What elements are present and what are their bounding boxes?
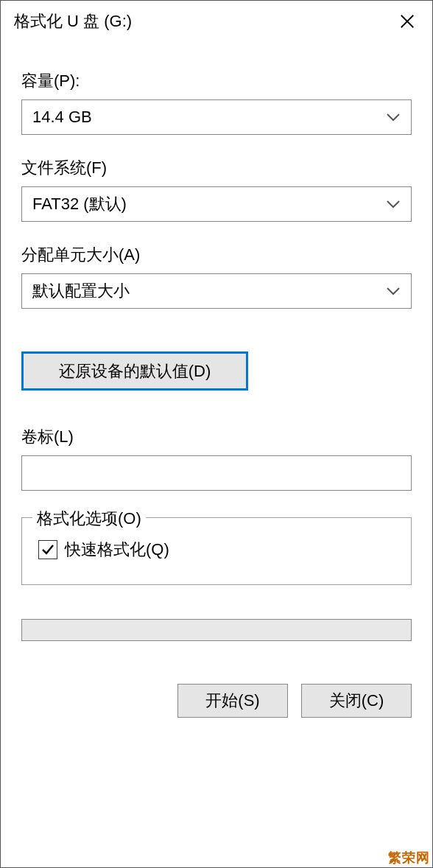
chevron-down-icon (386, 199, 401, 209)
capacity-label: 容量(P): (21, 70, 412, 92)
watermark: 繁荣网 (385, 847, 433, 868)
chevron-down-icon (386, 112, 401, 122)
close-button[interactable]: 关闭(C) (301, 684, 412, 718)
filesystem-label: 文件系统(F) (21, 157, 412, 179)
filesystem-value: FAT32 (默认) (32, 193, 127, 215)
format-options-legend: 格式化选项(O) (32, 508, 146, 530)
restore-defaults-button[interactable]: 还原设备的默认值(D) (21, 351, 248, 391)
close-icon[interactable] (392, 8, 422, 35)
chevron-down-icon (386, 286, 401, 296)
allocation-select[interactable]: 默认配置大小 (21, 273, 412, 309)
checkbox-icon (38, 540, 57, 559)
button-row: 开始(S) 关闭(C) (21, 684, 412, 718)
start-button[interactable]: 开始(S) (177, 684, 288, 718)
volume-label-label: 卷标(L) (21, 426, 412, 448)
quick-format-label: 快速格式化(Q) (65, 539, 169, 561)
allocation-value: 默认配置大小 (32, 280, 130, 302)
quick-format-checkbox[interactable]: 快速格式化(Q) (38, 539, 395, 561)
window-title: 格式化 U 盘 (G:) (14, 10, 132, 32)
capacity-select[interactable]: 14.4 GB (21, 99, 412, 135)
progress-bar (21, 619, 412, 641)
volume-label-input[interactable] (21, 455, 412, 491)
allocation-label: 分配单元大小(A) (21, 244, 412, 266)
format-options-group: 格式化选项(O) 快速格式化(Q) (21, 517, 412, 585)
content-area: 容量(P): 14.4 GB 文件系统(F) FAT32 (默认) 分配单元大小… (1, 42, 432, 867)
format-dialog: 格式化 U 盘 (G:) 容量(P): 14.4 GB 文件系统(F) FAT3… (0, 0, 433, 868)
titlebar: 格式化 U 盘 (G:) (1, 1, 432, 42)
filesystem-select[interactable]: FAT32 (默认) (21, 186, 412, 222)
capacity-value: 14.4 GB (32, 108, 92, 127)
